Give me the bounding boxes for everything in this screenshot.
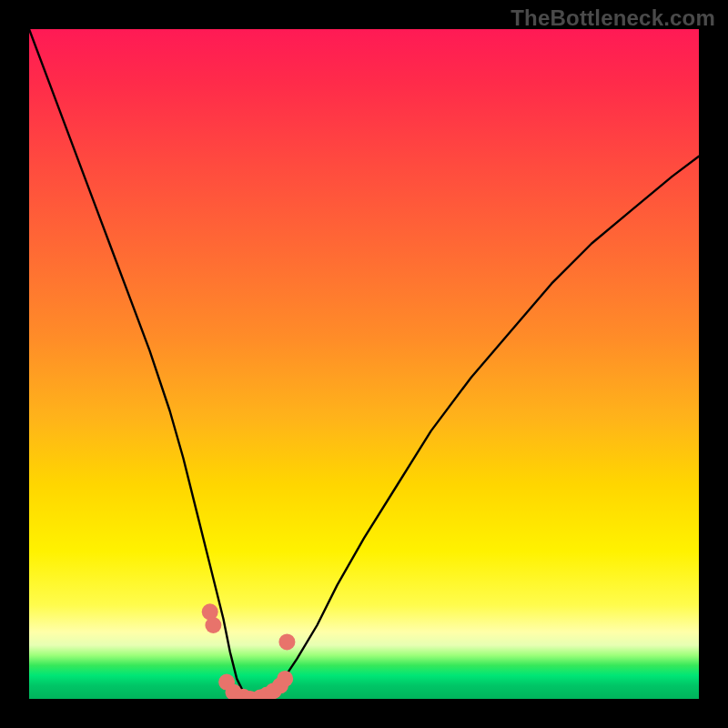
- curve-marker: [277, 671, 293, 687]
- watermark-text: TheBottleneck.com: [511, 5, 715, 31]
- chart-frame: TheBottleneck.com: [0, 0, 728, 728]
- plot-area: [29, 29, 699, 699]
- curve-layer: [29, 29, 699, 699]
- bottleneck-curve: [29, 29, 699, 699]
- curve-marker: [278, 633, 295, 650]
- curve-marker: [205, 617, 221, 633]
